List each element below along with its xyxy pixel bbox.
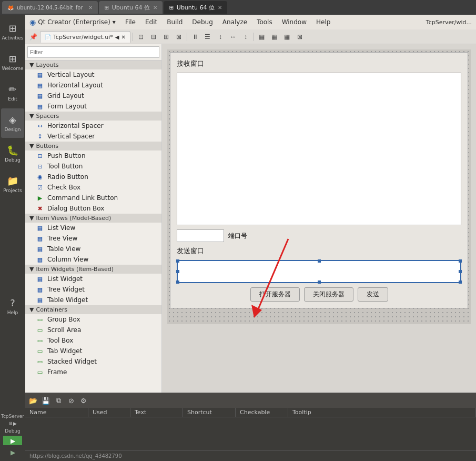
sidebar-item-welcome[interactable]: ⊞ Welcome [1, 47, 24, 77]
main-area: 📌 📄 TcpServer/widget.ui* ◀ ✕ ⊡ ⊟ ⊞ ⊠ ⏸ ☰… [25, 29, 476, 461]
item-label-form-layout: Form Layout [47, 103, 87, 110]
send-button[interactable]: 发送 [358, 287, 388, 302]
item-tool-box[interactable]: ▭ Tool Box [25, 335, 161, 346]
vertical-layout-icon: ▦ [36, 71, 44, 79]
item-tool-button[interactable]: ⊡ Tool Button [25, 161, 161, 172]
menu-edit[interactable]: Edit [141, 17, 161, 27]
tab-nav-left[interactable]: ◀ [115, 34, 119, 40]
menu-debug[interactable]: Debug [188, 17, 217, 27]
bottom-btn-copy[interactable]: ⧉ [53, 395, 64, 406]
content-split: ▼ Layouts ▦ Vertical Layout ▦ Horizontal… [25, 44, 476, 393]
toolbar-btn-7[interactable]: ↕ [215, 32, 226, 42]
app-brand: ◉ Qt Creator (Enterprise) ▾ [29, 18, 116, 26]
edit-icon: ✏ [8, 84, 16, 95]
selection-handle-bc [318, 280, 321, 284]
toolbar-btn-12[interactable]: ▦ [281, 32, 293, 42]
item-list-widget[interactable]: ▦ List Widget [25, 274, 161, 284]
bottom-btn-stop[interactable]: ⊘ [65, 395, 77, 406]
browser-tab-0[interactable]: 🦊 ubuntu-12.04.5-64bit_for_Android ✕ [2, 1, 98, 14]
menu-file[interactable]: File [121, 17, 140, 27]
sidebar-item-projects[interactable]: 📁 Projects [1, 169, 24, 199]
sidebar-item-edit[interactable]: ✏ Edit [1, 78, 24, 107]
tab-close-btn[interactable]: ✕ [121, 34, 125, 40]
send-textarea[interactable] [177, 260, 461, 283]
toolbar-btn-3[interactable]: ⊞ [160, 32, 172, 42]
item-table-widget[interactable]: ▦ Table Widget [25, 295, 161, 305]
item-tab-widget[interactable]: ▭ Tab Widget [25, 346, 161, 356]
collapse-icon-buttons[interactable]: ▼ [29, 143, 34, 149]
item-column-view[interactable]: ▦ Column View [25, 254, 161, 265]
run-debug-button[interactable]: ▶ [3, 447, 22, 457]
toolbar-btn-9[interactable]: ↕ [240, 32, 251, 42]
item-scroll-area[interactable]: ▭ Scroll Area [25, 325, 161, 335]
browser-tab-2[interactable]: ⊞ Ubuntu 64 位 ✕ [164, 1, 227, 14]
design-canvas[interactable]: 接收窗口 端口号 发送窗口 [162, 44, 476, 393]
item-check-box[interactable]: ☑ Check Box [25, 182, 161, 193]
tab-label-1: Ubuntu 64 位 [112, 4, 150, 12]
item-list-view[interactable]: ▦ List View [25, 223, 161, 233]
item-command-link-button[interactable]: ▶ Command Link Button [25, 193, 161, 203]
port-input[interactable] [177, 229, 224, 242]
category-buttons: ▼ Buttons [25, 142, 161, 151]
toolbar-btn-11[interactable]: ▦ [269, 32, 280, 42]
tree-view-icon: ▦ [36, 234, 44, 243]
tab-close-2[interactable]: ✕ [218, 5, 222, 11]
toolbar-btn-8[interactable]: ↔ [227, 32, 239, 42]
toolbar-btn-13[interactable]: ⊠ [294, 32, 306, 42]
collapse-icon-spacers[interactable]: ▼ [29, 113, 34, 119]
toolbar-btn-5[interactable]: ⏸ [189, 32, 201, 42]
item-stacked-widget[interactable]: ▭ Stacked Widget [25, 356, 161, 367]
collapse-icon-layouts[interactable]: ▼ [29, 62, 34, 68]
menu-help[interactable]: Help [312, 17, 335, 27]
filter-input[interactable] [27, 46, 159, 58]
toolbar-btn-6[interactable]: ☰ [202, 32, 214, 42]
sidebar-item-help[interactable]: ? Help [1, 292, 24, 321]
sidebar-item-debug[interactable]: 🐛 Debug [1, 139, 24, 168]
activities-button[interactable]: ⊞ Activities [1, 17, 24, 46]
item-radio-button[interactable]: ◉ Radio Button [25, 172, 161, 182]
menu-tools[interactable]: Tools [252, 17, 277, 27]
menu-analyze[interactable]: Analyze [218, 17, 251, 27]
selection-handle-br [459, 280, 462, 284]
item-horizontal-spacer[interactable]: ↔ Horizontal Spacer [25, 121, 161, 131]
item-vertical-layout[interactable]: ▦ Vertical Layout [25, 69, 161, 80]
toolbar-btn-4[interactable]: ⊠ [173, 32, 185, 42]
item-push-button[interactable]: ⊡ Push Button [25, 151, 161, 161]
item-vertical-spacer[interactable]: ↕ Vertical Spacer [25, 131, 161, 142]
item-group-box[interactable]: ▭ Group Box [25, 314, 161, 325]
item-table-view[interactable]: ▦ Table View [25, 244, 161, 254]
item-label-tree-view: Tree View [47, 235, 77, 242]
item-frame[interactable]: ▭ Frame [25, 367, 161, 377]
item-tree-widget[interactable]: ▦ Tree Widget [25, 284, 161, 295]
receive-textarea[interactable] [177, 73, 461, 225]
item-dialog-button-box[interactable]: ✖ Dialog Button Box [25, 203, 161, 214]
collapse-icon-containers[interactable]: ▼ [29, 306, 34, 313]
sidebar-item-design[interactable]: ◈ Design [1, 108, 24, 138]
item-form-layout[interactable]: ▦ Form Layout [25, 101, 161, 112]
tab-close-1[interactable]: ✕ [153, 5, 157, 11]
item-tree-view[interactable]: ▦ Tree View [25, 233, 161, 244]
item-horizontal-layout[interactable]: ▦ Horizontal Layout [25, 80, 161, 91]
menu-build[interactable]: Build [163, 17, 187, 27]
toolbar-btn-2[interactable]: ⊟ [148, 32, 159, 42]
bottom-btn-save[interactable]: 💾 [40, 395, 52, 406]
browser-tab-1[interactable]: ⊞ Ubuntu 64 位 ✕ [99, 1, 163, 14]
item-label-tab-widget: Tab Widget [47, 347, 82, 355]
item-grid-layout[interactable]: ▦ Grid Layout [25, 91, 161, 101]
open-server-button[interactable]: 打开服务器 [250, 287, 300, 302]
close-server-button[interactable]: 关闭服务器 [304, 287, 353, 302]
tab-close-0[interactable]: ✕ [88, 5, 93, 11]
item-label-table-widget: Table Widget [47, 296, 88, 304]
editor-tab[interactable]: 📄 TcpServer/widget.ui* ◀ ✕ [40, 31, 130, 43]
toolbar-pin-btn[interactable]: 📌 [27, 32, 39, 42]
bottom-btn-folder[interactable]: 📂 [27, 395, 39, 406]
collapse-icon-item-widgets[interactable]: ▼ [29, 266, 34, 273]
toolbar-btn-10[interactable]: ▦ [256, 32, 268, 42]
bottom-btn-settings[interactable]: ⚙ [78, 395, 89, 406]
toolbar-btn-1[interactable]: ⊡ [135, 32, 147, 42]
run-button[interactable]: ▶ [3, 436, 22, 445]
menu-window[interactable]: Window [278, 17, 311, 27]
collapse-icon-item-views[interactable]: ▼ [29, 215, 34, 222]
list-widget-icon: ▦ [36, 275, 44, 283]
stacked-widget-icon: ▭ [36, 357, 44, 366]
